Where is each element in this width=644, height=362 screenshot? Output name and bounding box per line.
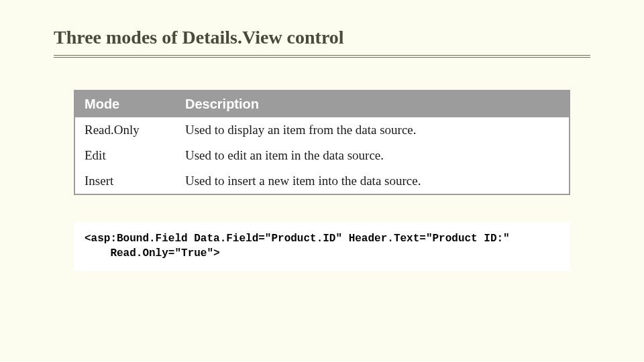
table-row: Insert Used to insert a new item into th… <box>75 168 569 194</box>
mode-cell: Edit <box>75 143 176 168</box>
table-row: Edit Used to edit an item in the data so… <box>75 143 569 168</box>
description-cell: Used to edit an item in the data source. <box>176 143 569 168</box>
description-cell: Used to display an item from the data so… <box>176 117 569 143</box>
table-row: Read.Only Used to display an item from t… <box>75 117 569 143</box>
page-title: Three modes of Details.View control <box>54 27 590 55</box>
table-header-description: Description <box>176 91 569 117</box>
code-snippet: <asp:Bound.Field Data.Field="Product.ID"… <box>74 222 570 271</box>
modes-table-container: Mode Description Read.Only Used to displ… <box>74 90 570 195</box>
modes-table: Mode Description Read.Only Used to displ… <box>75 91 569 194</box>
description-cell: Used to insert a new item into the data … <box>176 168 569 194</box>
mode-cell: Read.Only <box>75 117 176 143</box>
table-header-mode: Mode <box>75 91 176 117</box>
title-divider <box>54 55 590 58</box>
mode-cell: Insert <box>75 168 176 194</box>
